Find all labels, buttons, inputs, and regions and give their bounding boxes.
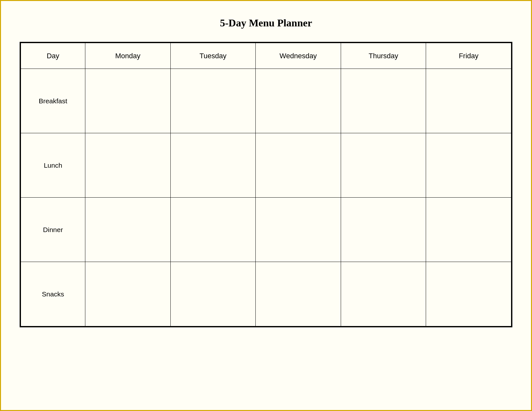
cell-breakfast-thursday[interactable] bbox=[341, 69, 426, 133]
header-tuesday: Tuesday bbox=[170, 43, 256, 69]
row-breakfast: Breakfast bbox=[21, 69, 511, 133]
cell-dinner-monday[interactable] bbox=[85, 198, 171, 262]
row-dinner: Dinner bbox=[21, 198, 511, 262]
header-row: Day Monday Tuesday Wednesday Thursday Fr… bbox=[21, 43, 511, 69]
row-snacks: Snacks bbox=[21, 262, 511, 326]
label-lunch: Lunch bbox=[21, 133, 85, 198]
row-lunch: Lunch bbox=[21, 133, 511, 198]
cell-dinner-friday[interactable] bbox=[426, 198, 511, 262]
cell-breakfast-friday[interactable] bbox=[426, 69, 511, 133]
header-friday: Friday bbox=[426, 43, 511, 69]
cell-lunch-friday[interactable] bbox=[426, 133, 511, 198]
planner-table-container: Day Monday Tuesday Wednesday Thursday Fr… bbox=[20, 42, 512, 327]
cell-lunch-tuesday[interactable] bbox=[170, 133, 256, 198]
header-wednesday: Wednesday bbox=[256, 43, 341, 69]
cell-snacks-thursday[interactable] bbox=[341, 262, 426, 326]
header-day: Day bbox=[21, 43, 85, 69]
cell-dinner-wednesday[interactable] bbox=[256, 198, 341, 262]
cell-snacks-wednesday[interactable] bbox=[256, 262, 341, 326]
cell-dinner-tuesday[interactable] bbox=[170, 198, 256, 262]
label-snacks: Snacks bbox=[21, 262, 85, 326]
header-thursday: Thursday bbox=[341, 43, 426, 69]
cell-snacks-friday[interactable] bbox=[426, 262, 511, 326]
planner-table: Day Monday Tuesday Wednesday Thursday Fr… bbox=[21, 43, 511, 326]
cell-lunch-monday[interactable] bbox=[85, 133, 171, 198]
label-dinner: Dinner bbox=[21, 198, 85, 262]
cell-lunch-thursday[interactable] bbox=[341, 133, 426, 198]
cell-snacks-tuesday[interactable] bbox=[170, 262, 256, 326]
cell-dinner-thursday[interactable] bbox=[341, 198, 426, 262]
label-breakfast: Breakfast bbox=[21, 69, 85, 133]
header-monday: Monday bbox=[85, 43, 171, 69]
cell-snacks-monday[interactable] bbox=[85, 262, 171, 326]
cell-breakfast-monday[interactable] bbox=[85, 69, 171, 133]
page-title: 5-Day Menu Planner bbox=[220, 17, 312, 29]
cell-breakfast-tuesday[interactable] bbox=[170, 69, 256, 133]
cell-lunch-wednesday[interactable] bbox=[256, 133, 341, 198]
cell-breakfast-wednesday[interactable] bbox=[256, 69, 341, 133]
